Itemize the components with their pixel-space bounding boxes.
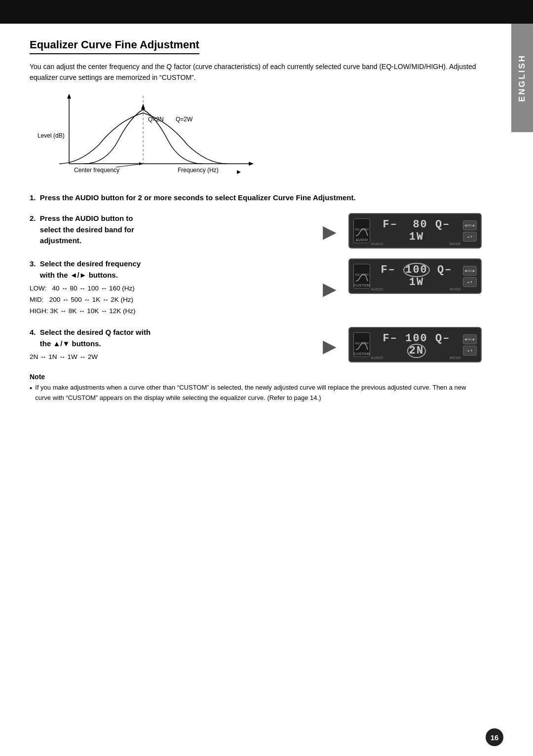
lcd-eq-label-1: AUDIO <box>356 238 368 242</box>
level-label: Level (dB) <box>38 132 65 139</box>
lcd-display-3: EQ CURVE CUSTOM F– 100 Q– 2N ◀SEL▶ ▲▼ AU… <box>348 327 482 362</box>
note-text: If you make adjustments when a curve oth… <box>35 383 482 403</box>
lcd-btn-mode-1: ▲▼ <box>463 232 477 242</box>
step-4-row: 4. Select the desired Q factor with the … <box>30 327 482 363</box>
lcd-eq-label-2: CUSTOM <box>353 284 370 287</box>
lcd-mode-label-3: MODE <box>450 356 461 360</box>
svg-marker-5 <box>141 104 145 109</box>
lcd-eq-icon-1: EQ CURVE AUDIO <box>353 218 370 243</box>
svg-text:Q=2N: Q=2N <box>148 116 164 123</box>
note-bullet: • If you make adjustments when a curve o… <box>30 383 482 403</box>
step-2-arrow: ▶ <box>323 221 337 242</box>
step-2-row: 2. Press the AUDIO button to select the … <box>30 213 482 249</box>
svg-marker-1 <box>67 94 71 99</box>
lcd-mode-label-1: MODE <box>450 242 461 246</box>
lcd-audio-label-1: AUDIO <box>371 242 383 246</box>
lcd-mode-label-2: MODE <box>450 288 461 291</box>
lcd-eq-icon-2: EQ CURVE CUSTOM <box>353 264 370 288</box>
step-1-number: 1. <box>30 193 36 202</box>
step-3-text: 3. Select the desired frequency with the… <box>30 258 311 317</box>
lcd-btn-mode-3: ▲▼ <box>463 346 477 356</box>
svg-marker-8 <box>139 162 143 165</box>
side-tab-label: ENGLISH <box>517 54 527 102</box>
intro-text: You can adjust the center frequency and … <box>30 61 482 83</box>
svg-text:Frequency (Hz): Frequency (Hz) <box>178 167 219 174</box>
step-2-text: 2. Press the AUDIO button to select the … <box>30 213 311 249</box>
svg-text:Center frequency: Center frequency <box>74 167 119 174</box>
page-number: 16 <box>486 728 503 746</box>
top-bar <box>0 0 533 24</box>
lcd-display-2: EQ CURVE CUSTOM F– 100 Q– 1W ◀SEL▶ ▲▼ AU… <box>348 258 482 294</box>
lcd-bottom-labels-1: AUDIO MODE <box>371 242 461 246</box>
lcd-btn-mode-2: ▲▼ <box>463 277 477 287</box>
side-tab: ENGLISH <box>511 24 533 132</box>
step-1-title: 1. Press the AUDIO button for 2 or more … <box>30 192 482 204</box>
main-content: Equalizer Curve Fine Adjustment You can … <box>0 24 511 418</box>
step-4-title: 4. Select the desired Q factor with the … <box>30 327 311 349</box>
step-4-text: 4. Select the desired Q factor with the … <box>30 327 311 363</box>
note-section: Note • If you make adjustments when a cu… <box>30 373 482 403</box>
lcd-audio-label-3: AUDIO <box>371 356 383 360</box>
note-title: Note <box>30 373 482 381</box>
lcd-main-text-1: F– 80 Q– 1W <box>373 218 460 243</box>
lcd-display-1: EQ CURVE AUDIO F– 80 Q– 1W ◀SEL▶ ▲▼ AUDI… <box>348 213 482 249</box>
step-3: 3. Select the desired frequency with the… <box>30 258 482 317</box>
lcd-btn-sel-3: ◀SEL▶ <box>463 334 477 344</box>
step-3-title: 3. Select the desired frequency with the… <box>30 258 311 281</box>
step-4-sub: 2N ↔ 1N ↔ 1W ↔ 2W <box>30 352 311 363</box>
svg-line-7 <box>116 164 143 167</box>
svg-marker-3 <box>249 162 254 166</box>
step-1: 1. Press the AUDIO button for 2 or more … <box>30 192 482 204</box>
lcd-bottom-labels-3: AUDIO MODE <box>371 356 461 360</box>
step-4-arrow: ▶ <box>323 336 337 357</box>
svg-marker-10 <box>237 170 241 174</box>
lcd-btn-sel-2: ◀SEL▶ <box>463 266 477 276</box>
lcd-right-btns-2: ◀SEL▶ ▲▼ <box>463 266 477 287</box>
eq-diagram: Level (dB) Center frequency Frequency (H… <box>30 92 482 179</box>
lcd-main-text-3: F– 100 Q– 2N <box>373 332 460 357</box>
note-bullet-dot: • <box>30 384 32 403</box>
lcd-bottom-labels-2: AUDIO MODE <box>371 288 461 291</box>
step-3-arrow: ▶ <box>323 279 337 299</box>
step-3-sub: LOW: 40 ↔ 80 ↔ 100 ↔ 160 (Hz) MID: 200 ↔… <box>30 283 311 317</box>
lcd-main-text-2: F– 100 Q– 1W <box>373 264 460 288</box>
lcd-btn-sel-1: ◀SEL▶ <box>463 220 477 230</box>
svg-text:Q=2W: Q=2W <box>176 116 193 123</box>
lcd-eq-label-3: CUSTOM <box>353 352 370 356</box>
eq-diagram-svg: Level (dB) Center frequency Frequency (H… <box>30 91 266 179</box>
step-3-row: 3. Select the desired frequency with the… <box>30 258 482 317</box>
lcd-audio-label-2: AUDIO <box>371 288 383 291</box>
lcd-right-btns-3: ◀SEL▶ ▲▼ <box>463 334 477 356</box>
lcd-eq-icon-3: EQ CURVE CUSTOM <box>353 332 370 357</box>
lcd-right-btns-1: ◀SEL▶ ▲▼ <box>463 220 477 242</box>
section-title: Equalizer Curve Fine Adjustment <box>30 38 199 54</box>
step-2-title: 2. Press the AUDIO button to select the … <box>30 213 311 247</box>
step-4: 4. Select the desired Q factor with the … <box>30 327 482 363</box>
step-2: 2. Press the AUDIO button to select the … <box>30 213 482 249</box>
